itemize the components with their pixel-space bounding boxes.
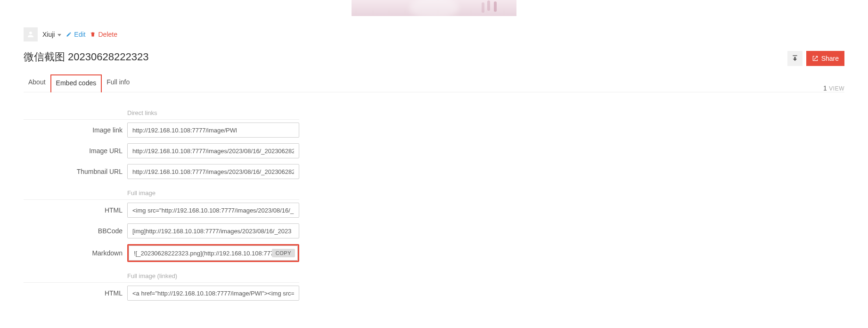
view-count: 1 bbox=[823, 84, 827, 92]
row-markdown: Markdown COPY bbox=[24, 241, 299, 265]
username-label: Xiuji bbox=[42, 31, 55, 38]
label-bbcode: BBCode bbox=[24, 227, 123, 235]
pencil-icon bbox=[66, 32, 72, 37]
input-image-link[interactable] bbox=[127, 123, 299, 138]
caret-down-icon bbox=[57, 34, 61, 36]
copy-button[interactable]: COPY bbox=[272, 249, 295, 257]
edit-link[interactable]: Edit bbox=[66, 31, 85, 38]
row-image-url: Image URL bbox=[24, 140, 299, 161]
tabs-row: About Embed codes Full info 1VIEW bbox=[24, 74, 844, 92]
view-label: VIEW bbox=[829, 85, 844, 92]
right-actions: Share bbox=[787, 51, 844, 66]
row-bbcode: BBCode bbox=[24, 221, 299, 241]
meta-row: Xiuji Edit Delete bbox=[24, 27, 844, 41]
edit-label: Edit bbox=[74, 31, 85, 38]
share-button[interactable]: Share bbox=[806, 51, 844, 66]
embed-area: Direct links Image link Image URL Thumbn… bbox=[24, 107, 299, 303]
label-full-html: HTML bbox=[24, 206, 123, 214]
download-button[interactable] bbox=[787, 51, 802, 66]
tabs: About Embed codes Full info bbox=[24, 74, 134, 92]
tab-full-info[interactable]: Full info bbox=[102, 74, 134, 92]
page-title: 微信截图 20230628222323 bbox=[24, 50, 844, 64]
label-linked-html: HTML bbox=[24, 289, 123, 297]
user-icon bbox=[26, 30, 35, 39]
share-label: Share bbox=[821, 55, 839, 62]
input-image-url[interactable] bbox=[127, 143, 299, 158]
username-dropdown[interactable]: Xiuji bbox=[42, 31, 61, 38]
row-linked-html: HTML bbox=[24, 283, 299, 303]
input-full-html[interactable] bbox=[127, 203, 299, 218]
delete-label: Delete bbox=[98, 31, 117, 38]
row-image-link: Image link bbox=[24, 120, 299, 140]
download-icon bbox=[791, 55, 799, 62]
hero-image bbox=[352, 0, 516, 16]
delete-link[interactable]: Delete bbox=[90, 31, 117, 38]
tab-about[interactable]: About bbox=[24, 74, 50, 92]
view-counter: 1VIEW bbox=[823, 84, 844, 92]
input-bbcode[interactable] bbox=[127, 223, 299, 238]
label-image-url: Image URL bbox=[24, 147, 123, 155]
section-direct-links: Direct links bbox=[24, 107, 299, 120]
label-markdown: Markdown bbox=[24, 249, 123, 257]
input-thumbnail-url[interactable] bbox=[127, 164, 299, 179]
label-thumbnail-url: Thumbnail URL bbox=[24, 168, 123, 175]
row-thumbnail-url: Thumbnail URL bbox=[24, 161, 299, 182]
avatar[interactable] bbox=[24, 27, 38, 41]
input-linked-html[interactable] bbox=[127, 286, 299, 301]
section-full-image: Full image bbox=[24, 187, 299, 200]
trash-icon bbox=[90, 32, 96, 37]
label-image-link: Image link bbox=[24, 126, 123, 134]
share-icon bbox=[812, 55, 819, 62]
tab-embed-codes[interactable]: Embed codes bbox=[50, 74, 102, 92]
row-full-html: HTML bbox=[24, 200, 299, 221]
section-full-image-linked: Full image (linked) bbox=[24, 270, 299, 283]
